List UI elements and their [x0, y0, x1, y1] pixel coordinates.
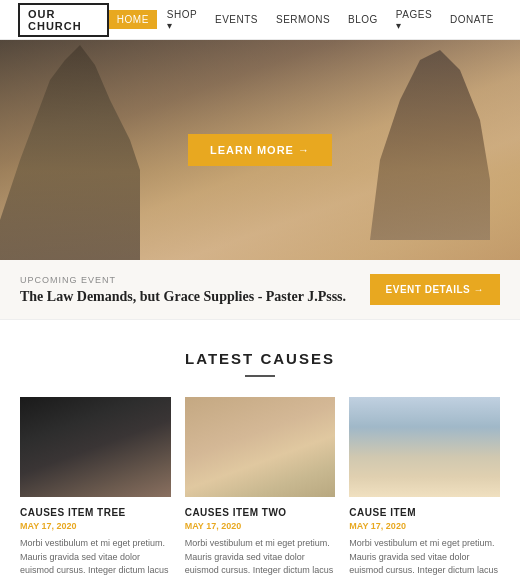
- cause-card-2: CAUSES ITEM TWO MAY 17, 2020 Morbi vesti…: [185, 397, 336, 580]
- cause-date-3: MAY 17, 2020: [349, 521, 500, 531]
- main-nav: HOME SHOP ▾ EVENTS SERMONS BLOG PAGES ▾ …: [109, 5, 502, 35]
- cause-desc-1: Morbi vestibulum et mi eget pretium. Mau…: [20, 537, 171, 580]
- nav-pages[interactable]: PAGES ▾: [388, 5, 440, 35]
- event-label: UPCOMING EVENT: [20, 275, 346, 285]
- nav-home[interactable]: HOME: [109, 10, 157, 29]
- nav-blog[interactable]: BLOG: [340, 10, 386, 29]
- cause-date-1: MAY 17, 2020: [20, 521, 171, 531]
- cause-desc-2: Morbi vestibulum et mi eget pretium. Mau…: [185, 537, 336, 580]
- cause-date-2: MAY 17, 2020: [185, 521, 336, 531]
- causes-grid: CAUSES ITEM TREE MAY 17, 2020 Morbi vest…: [20, 397, 500, 580]
- cause-name-2: CAUSES ITEM TWO: [185, 507, 336, 518]
- causes-title: LATEST CAUSES: [20, 350, 500, 367]
- cause-image-1: [20, 397, 171, 497]
- hero-section: LEARN MORE →: [0, 40, 520, 260]
- logo: OUR CHURCH: [18, 3, 109, 37]
- nav-donate[interactable]: DONATE: [442, 10, 502, 29]
- causes-title-wrap: LATEST CAUSES: [20, 350, 500, 377]
- event-title: The Law Demands, but Grace Supplies - Pa…: [20, 289, 346, 305]
- nav-sermons[interactable]: SERMONS: [268, 10, 338, 29]
- causes-divider: [245, 375, 275, 377]
- cause-card-3: CAUSE ITEM MAY 17, 2020 Morbi vestibulum…: [349, 397, 500, 580]
- event-details-button[interactable]: EVENT DETAILS →: [370, 274, 500, 305]
- nav-events[interactable]: EVENTS: [207, 10, 266, 29]
- cause-card-1: CAUSES ITEM TREE MAY 17, 2020 Morbi vest…: [20, 397, 171, 580]
- causes-section: LATEST CAUSES CAUSES ITEM TREE MAY 17, 2…: [0, 320, 520, 580]
- cause-image-3: [349, 397, 500, 497]
- cause-name-3: CAUSE ITEM: [349, 507, 500, 518]
- cause-name-1: CAUSES ITEM TREE: [20, 507, 171, 518]
- learn-more-button[interactable]: LEARN MORE →: [188, 134, 332, 166]
- event-banner: UPCOMING EVENT The Law Demands, but Grac…: [0, 260, 520, 320]
- event-info: UPCOMING EVENT The Law Demands, but Grac…: [20, 275, 346, 305]
- nav-shop[interactable]: SHOP ▾: [159, 5, 205, 35]
- cause-desc-3: Morbi vestibulum et mi eget pretium. Mau…: [349, 537, 500, 580]
- cause-image-2: [185, 397, 336, 497]
- header: OUR CHURCH HOME SHOP ▾ EVENTS SERMONS BL…: [0, 0, 520, 40]
